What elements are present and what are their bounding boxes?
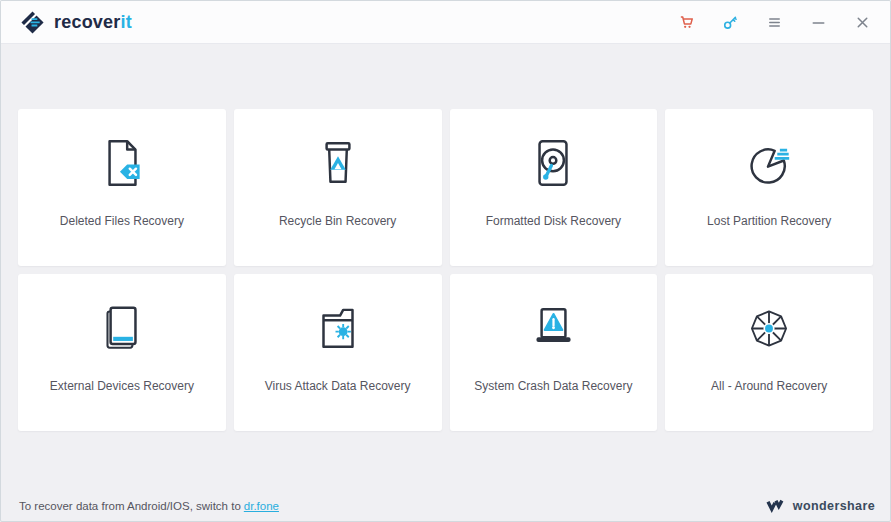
brand-primary: recover — [54, 12, 120, 32]
card-label: All - Around Recovery — [711, 379, 827, 393]
all-around-icon — [740, 299, 798, 357]
recoverit-diamond-icon — [20, 10, 45, 35]
drfone-note: To recover data from Android/IOS, switch… — [19, 500, 279, 512]
drfone-note-text: To recover data from Android/IOS, switch… — [19, 500, 241, 512]
card-label: Formatted Disk Recovery — [486, 214, 621, 228]
card-formatted-disk-recovery[interactable]: Formatted Disk Recovery — [450, 109, 658, 266]
virus-attack-icon — [309, 299, 367, 357]
card-lost-partition-recovery[interactable]: Lost Partition Recovery — [665, 109, 873, 266]
external-device-icon — [93, 299, 151, 357]
card-recycle-bin-recovery[interactable]: Recycle Bin Recovery — [234, 109, 442, 266]
card-label: Deleted Files Recovery — [60, 214, 184, 228]
recycle-bin-icon — [309, 134, 367, 192]
card-label: System Crash Data Recovery — [474, 379, 632, 393]
recoverit-window: recoverit Deleted Files Recovery Recycle… — [0, 0, 891, 522]
card-system-crash-data-recovery[interactable]: System Crash Data Recovery — [450, 274, 658, 431]
close-icon[interactable] — [853, 13, 871, 31]
brand-accent: it — [120, 12, 131, 32]
card-all-around-recovery[interactable]: All - Around Recovery — [665, 274, 873, 431]
system-crash-icon — [524, 299, 582, 357]
minimize-icon[interactable] — [809, 13, 827, 31]
titlebar: recoverit — [1, 1, 890, 44]
card-label: Recycle Bin Recovery — [279, 214, 396, 228]
cart-icon[interactable] — [677, 13, 695, 31]
card-virus-attack-data-recovery[interactable]: Virus Attack Data Recovery — [234, 274, 442, 431]
card-deleted-files-recovery[interactable]: Deleted Files Recovery — [18, 109, 226, 266]
deleted-file-icon — [93, 134, 151, 192]
footer: To recover data from Android/IOS, switch… — [19, 498, 875, 513]
menu-icon[interactable] — [765, 13, 783, 31]
card-external-devices-recovery[interactable]: External Devices Recovery — [18, 274, 226, 431]
wondershare-brand: wondershare — [765, 498, 875, 513]
card-label: External Devices Recovery — [50, 379, 194, 393]
drfone-link[interactable]: dr.fone — [244, 500, 279, 512]
formatted-disk-icon — [524, 134, 582, 192]
app-title: recoverit — [54, 13, 132, 31]
card-label: Lost Partition Recovery — [707, 214, 831, 228]
wondershare-label: wondershare — [793, 499, 875, 513]
lost-partition-icon — [740, 134, 798, 192]
recovery-mode-grid: Deleted Files Recovery Recycle Bin Recov… — [18, 109, 873, 431]
app-logo: recoverit — [20, 10, 132, 35]
card-label: Virus Attack Data Recovery — [265, 379, 411, 393]
key-icon[interactable] — [721, 13, 739, 31]
wondershare-logo-icon — [765, 498, 786, 513]
titlebar-actions — [677, 13, 871, 31]
